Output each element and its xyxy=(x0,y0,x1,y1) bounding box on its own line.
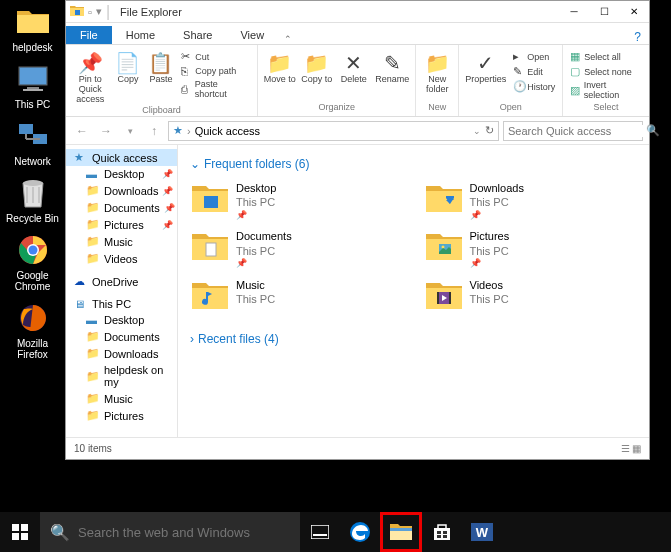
invert-selection-button[interactable]: ▨Invert selection xyxy=(567,79,645,101)
select-none-button[interactable]: ▢Select none xyxy=(567,64,645,79)
taskbar-store[interactable] xyxy=(422,512,462,552)
button-label: Copy to xyxy=(301,75,332,85)
button-label: Open xyxy=(527,52,549,62)
desktop-icon-firefox[interactable]: Mozilla Firefox xyxy=(0,296,65,364)
minimize-button[interactable]: ─ xyxy=(559,1,589,23)
recent-files-header[interactable]: ›Recent files (4) xyxy=(190,328,637,354)
tab-home[interactable]: Home xyxy=(112,26,169,44)
nav-label: Documents xyxy=(104,202,160,214)
frequent-folders-header[interactable]: ⌄Frequent folders (6) xyxy=(190,153,637,179)
delete-button[interactable]: ✕Delete xyxy=(336,47,371,102)
dropdown-icon[interactable]: ⌄ xyxy=(473,126,481,136)
folder-item-videos[interactable]: VideosThis PC xyxy=(424,276,638,316)
folder-item-music[interactable]: MusicThis PC xyxy=(190,276,404,316)
nav-pc-downloads[interactable]: 📁Downloads xyxy=(66,345,177,362)
forward-button[interactable]: → xyxy=(96,121,116,141)
nav-item-music[interactable]: 📁Music xyxy=(66,233,177,250)
address-box[interactable]: ★ › Quick access ⌄ ↻ xyxy=(168,121,499,141)
desktop-icon-helpdesk[interactable]: helpdesk xyxy=(0,0,65,57)
task-view-button[interactable] xyxy=(300,512,340,552)
nav-thispc[interactable]: 🖥This PC xyxy=(66,296,177,312)
pin-button[interactable]: 📌Pin to Quick access xyxy=(70,47,111,105)
documents-icon: 📁 xyxy=(86,201,100,214)
back-button[interactable]: ← xyxy=(72,121,92,141)
taskbar-file-explorer[interactable] xyxy=(380,512,422,552)
folder-item-desktop[interactable]: DesktopThis PC📌 xyxy=(190,179,404,223)
nav-pc-helpdesk[interactable]: 📁helpdesk on my xyxy=(66,362,177,390)
nav-pc-desktop[interactable]: ▬Desktop xyxy=(66,312,177,328)
nav-label: Videos xyxy=(104,253,137,265)
desktop-icon-network[interactable]: Network xyxy=(0,114,65,171)
taskbar-search[interactable]: 🔍 xyxy=(40,512,300,552)
select-all-button[interactable]: ▦Select all xyxy=(567,49,645,64)
folder-location: This PC xyxy=(236,195,276,209)
move-to-button[interactable]: 📁Move to xyxy=(262,47,297,102)
cut-icon: ✂ xyxy=(181,50,195,63)
pin-icon: 📌 xyxy=(236,258,292,270)
properties-button[interactable]: ✓Properties xyxy=(463,47,508,102)
desktop-icon-recyclebin[interactable]: Recycle Bin xyxy=(0,171,65,228)
desktop-icon-chrome[interactable]: Google Chrome xyxy=(0,228,65,296)
folder-item-pictures[interactable]: PicturesThis PC📌 xyxy=(424,227,638,271)
button-label: Delete xyxy=(341,75,367,85)
new-folder-button[interactable]: 📁New folder xyxy=(420,47,454,102)
group-label: Select xyxy=(567,102,645,114)
copy-to-button[interactable]: 📁Copy to xyxy=(299,47,334,102)
cut-button[interactable]: ✂Cut xyxy=(178,49,253,64)
nav-pc-music[interactable]: 📁Music xyxy=(66,390,177,407)
taskbar-word[interactable]: W xyxy=(462,512,502,552)
search-box[interactable]: 🔍 xyxy=(503,121,643,141)
edit-button[interactable]: ✎Edit xyxy=(510,64,558,79)
nav-item-videos[interactable]: 📁Videos xyxy=(66,250,177,267)
network-icon xyxy=(15,118,51,154)
svg-point-11 xyxy=(28,246,37,255)
tab-share[interactable]: Share xyxy=(169,26,226,44)
desktop-icon-thispc[interactable]: This PC xyxy=(0,57,65,114)
nav-label: Pictures xyxy=(104,410,144,422)
desktop-icon-label: Recycle Bin xyxy=(2,213,63,224)
search-icon[interactable]: 🔍 xyxy=(646,124,660,137)
ribbon-tabs: File Home Share View ⌃ ? xyxy=(66,23,649,45)
folder-item-downloads[interactable]: DownloadsThis PC📌 xyxy=(424,179,638,223)
nav-pc-documents[interactable]: 📁Documents xyxy=(66,328,177,345)
start-button[interactable] xyxy=(0,512,40,552)
tab-view[interactable]: View xyxy=(226,26,278,44)
nav-item-downloads[interactable]: 📁Downloads📌 xyxy=(66,182,177,199)
taskbar-edge[interactable] xyxy=(340,512,380,552)
refresh-icon[interactable]: ↻ xyxy=(485,124,494,137)
icons-view-button[interactable]: ▦ xyxy=(632,443,641,454)
nav-item-documents[interactable]: 📁Documents📌 xyxy=(66,199,177,216)
rename-button[interactable]: ✎Rename xyxy=(373,47,411,102)
copy-button[interactable]: 📄Copy xyxy=(113,47,144,105)
svg-rect-1 xyxy=(20,68,46,84)
content-pane[interactable]: ⌄Frequent folders (6) DesktopThis PC📌 Do… xyxy=(178,145,649,437)
qat-button[interactable]: ▫ xyxy=(88,6,92,18)
paste-button[interactable]: 📋Paste xyxy=(145,47,176,105)
qat-button[interactable]: ▾ xyxy=(96,5,102,18)
nav-quick-access[interactable]: ★Quick access xyxy=(66,149,177,166)
nav-pc-pictures[interactable]: 📁Pictures xyxy=(66,407,177,424)
taskbar-search-input[interactable] xyxy=(78,525,290,540)
history-button[interactable]: 🕐History xyxy=(510,79,558,94)
nav-item-pictures[interactable]: 📁Pictures📌 xyxy=(66,216,177,233)
button-label: Select all xyxy=(584,52,621,62)
paste-shortcut-button[interactable]: ⎙Paste shortcut xyxy=(178,78,253,100)
search-input[interactable] xyxy=(508,125,646,137)
navigation-pane[interactable]: ★Quick access ▬Desktop📌 📁Downloads📌 📁Doc… xyxy=(66,145,178,437)
details-view-button[interactable]: ☰ xyxy=(621,443,630,454)
copy-path-button[interactable]: ⎘Copy path xyxy=(178,64,253,78)
nav-label: Downloads xyxy=(104,348,158,360)
nav-item-desktop[interactable]: ▬Desktop📌 xyxy=(66,166,177,182)
maximize-button[interactable]: ☐ xyxy=(589,1,619,23)
ribbon-expand-icon[interactable]: ⌃ xyxy=(278,34,298,44)
nav-onedrive[interactable]: ☁OneDrive xyxy=(66,273,177,290)
up-button[interactable]: ↑ xyxy=(144,121,164,141)
close-button[interactable]: ✕ xyxy=(619,1,649,23)
recent-button[interactable]: ▾ xyxy=(120,121,140,141)
folder-item-documents[interactable]: DocumentsThis PC📌 xyxy=(190,227,404,271)
open-button[interactable]: ▸Open xyxy=(510,49,558,64)
tab-file[interactable]: File xyxy=(66,26,112,44)
titlebar[interactable]: ▫ ▾ | File Explorer ─ ☐ ✕ xyxy=(66,1,649,23)
help-icon[interactable]: ? xyxy=(626,30,649,44)
svg-rect-20 xyxy=(449,292,451,304)
